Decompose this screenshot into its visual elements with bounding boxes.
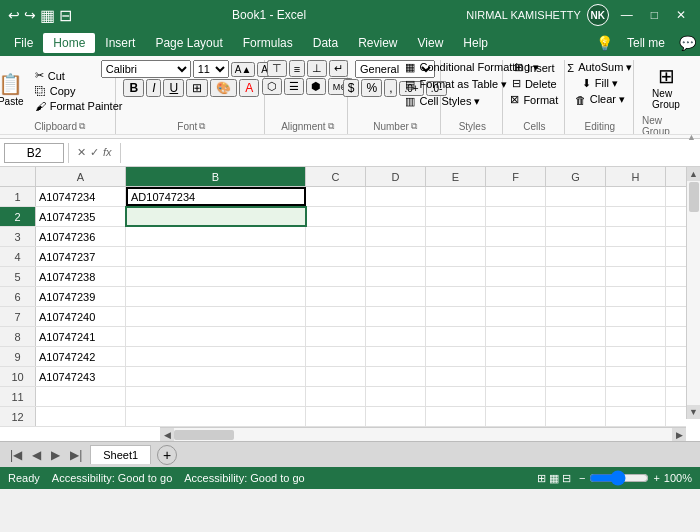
cell-b8[interactable] <box>126 327 306 346</box>
col-header-f[interactable]: F <box>486 167 546 186</box>
sheet-nav-first[interactable]: |◀ <box>6 446 26 464</box>
cell-g7[interactable] <box>546 307 606 326</box>
font-size-increase-button[interactable]: A▲ <box>231 62 256 77</box>
cell-a2[interactable]: A10747235 <box>36 207 126 226</box>
row-num-2[interactable]: 2 <box>0 207 36 226</box>
maximize-button[interactable]: □ <box>645 6 664 24</box>
cell-f8[interactable] <box>486 327 546 346</box>
delete-cells-button[interactable]: ⊟ Delete <box>508 76 561 91</box>
row-num-6[interactable]: 6 <box>0 287 36 306</box>
cell-e2[interactable] <box>426 207 486 226</box>
cell-e6[interactable] <box>426 287 486 306</box>
confirm-formula-icon[interactable]: ✓ <box>90 146 99 159</box>
cell-e7[interactable] <box>426 307 486 326</box>
cell-a9[interactable]: A10747242 <box>36 347 126 366</box>
cell-b9[interactable] <box>126 347 306 366</box>
redo-button[interactable]: ↪ <box>24 7 36 23</box>
cell-g9[interactable] <box>546 347 606 366</box>
percent-button[interactable]: $ <box>343 79 360 97</box>
cell-d11[interactable] <box>366 387 426 406</box>
scroll-up-button[interactable]: ▲ <box>687 167 701 181</box>
cell-f12[interactable] <box>486 407 546 426</box>
border-button[interactable]: ⊞ <box>186 79 208 97</box>
cell-g3[interactable] <box>546 227 606 246</box>
cell-g12[interactable] <box>546 407 606 426</box>
sheet-nav-last[interactable]: ▶| <box>66 446 86 464</box>
format-cells-button[interactable]: ⊠ Format <box>506 92 562 107</box>
cell-b2[interactable] <box>126 207 306 226</box>
cell-c3[interactable] <box>306 227 366 246</box>
menu-review[interactable]: Review <box>348 33 407 53</box>
cell-a8[interactable]: A10747241 <box>36 327 126 346</box>
format-as-table-button[interactable]: ▤ Format as Table ▾ <box>401 77 511 92</box>
cell-d10[interactable] <box>366 367 426 386</box>
col-header-a[interactable]: A <box>36 167 126 186</box>
cell-d9[interactable] <box>366 347 426 366</box>
align-center-button[interactable]: ☰ <box>284 78 304 95</box>
cell-e8[interactable] <box>426 327 486 346</box>
cell-d7[interactable] <box>366 307 426 326</box>
menu-insert[interactable]: Insert <box>95 33 145 53</box>
cell-a5[interactable]: A10747238 <box>36 267 126 286</box>
scroll-track[interactable] <box>687 181 700 405</box>
cell-a3[interactable]: A10747236 <box>36 227 126 246</box>
cell-h6[interactable] <box>606 287 666 306</box>
cell-d1[interactable] <box>366 187 426 206</box>
row-num-9[interactable]: 9 <box>0 347 36 366</box>
cell-c11[interactable] <box>306 387 366 406</box>
zoom-out-button[interactable]: − <box>579 472 585 484</box>
cell-c12[interactable] <box>306 407 366 426</box>
cell-d12[interactable] <box>366 407 426 426</box>
cell-e11[interactable] <box>426 387 486 406</box>
cell-g6[interactable] <box>546 287 606 306</box>
add-sheet-button[interactable]: + <box>157 445 177 465</box>
cell-g2[interactable] <box>546 207 606 226</box>
cell-b1[interactable]: AD10747234 <box>126 187 306 206</box>
ribbon-collapse-icon[interactable]: ▲ <box>687 132 696 142</box>
scroll-thumb[interactable] <box>689 182 699 212</box>
cell-h5[interactable] <box>606 267 666 286</box>
menu-data[interactable]: Data <box>303 33 348 53</box>
cell-f10[interactable] <box>486 367 546 386</box>
close-button[interactable]: ✕ <box>670 6 692 24</box>
formula-input[interactable] <box>125 144 696 162</box>
zoom-slider[interactable] <box>589 470 649 486</box>
insert-function-icon[interactable]: fx <box>103 146 112 159</box>
sheet-tab-sheet1[interactable]: Sheet1 <box>90 445 151 464</box>
menu-view[interactable]: View <box>408 33 454 53</box>
row-num-11[interactable]: 11 <box>0 387 36 406</box>
cell-f4[interactable] <box>486 247 546 266</box>
cell-h9[interactable] <box>606 347 666 366</box>
col-header-b[interactable]: B <box>126 167 306 186</box>
cell-g5[interactable] <box>546 267 606 286</box>
sheet-nav-next[interactable]: ▶ <box>47 446 64 464</box>
paste-button[interactable]: 📋 Paste <box>0 63 29 118</box>
cell-b3[interactable] <box>126 227 306 246</box>
cell-c4[interactable] <box>306 247 366 266</box>
font-expand-icon[interactable]: ⧉ <box>199 121 205 132</box>
cell-g1[interactable] <box>546 187 606 206</box>
cell-d6[interactable] <box>366 287 426 306</box>
user-avatar[interactable]: NK <box>587 4 609 26</box>
cell-b7[interactable] <box>126 307 306 326</box>
cell-a10[interactable]: A10747243 <box>36 367 126 386</box>
hscroll-track[interactable] <box>174 428 672 441</box>
cell-g4[interactable] <box>546 247 606 266</box>
hscroll-thumb[interactable] <box>174 430 234 440</box>
cell-e10[interactable] <box>426 367 486 386</box>
menu-page-layout[interactable]: Page Layout <box>145 33 232 53</box>
align-middle-button[interactable]: ≡ <box>289 60 305 77</box>
cell-g8[interactable] <box>546 327 606 346</box>
cell-c1[interactable] <box>306 187 366 206</box>
cell-b10[interactable] <box>126 367 306 386</box>
row-num-10[interactable]: 10 <box>0 367 36 386</box>
col-header-e[interactable]: E <box>426 167 486 186</box>
tell-me-button[interactable]: Tell me <box>617 33 675 53</box>
cell-h4[interactable] <box>606 247 666 266</box>
cell-d3[interactable] <box>366 227 426 246</box>
cell-d8[interactable] <box>366 327 426 346</box>
cell-f6[interactable] <box>486 287 546 306</box>
zoom-in-button[interactable]: + <box>653 472 659 484</box>
scroll-down-button[interactable]: ▼ <box>687 405 701 419</box>
scroll-left-button[interactable]: ◀ <box>160 428 174 442</box>
